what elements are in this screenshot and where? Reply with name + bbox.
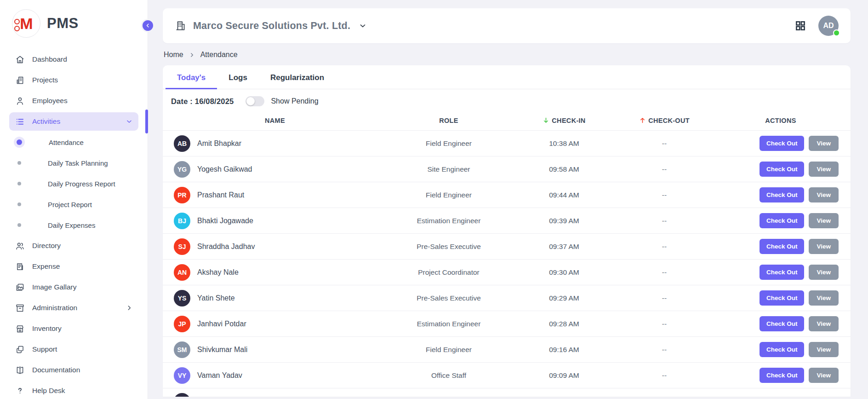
check-out-button[interactable]: Check Out [760, 162, 805, 177]
sidebar-item-project-report[interactable]: Project Report [9, 195, 138, 214]
home-icon [15, 54, 25, 64]
view-button[interactable]: View [809, 187, 839, 202]
check-in-time: 09:29 AM [521, 294, 607, 302]
avatar: PR [174, 187, 190, 203]
avatar: SJ [174, 238, 190, 255]
sidebar-item-documentation[interactable]: Documentation [9, 361, 138, 379]
show-pending-toggle[interactable] [246, 96, 264, 106]
sidebar-item-support[interactable]: Support [9, 340, 138, 359]
header-name[interactable]: NAME [174, 117, 376, 124]
check-out-button[interactable]: Check Out [760, 239, 805, 254]
sidebar-item-label: Help Desk [32, 387, 65, 395]
employee-role: Field Engineer [376, 191, 521, 199]
chevron-right-icon [189, 52, 195, 58]
arrow-up-icon [639, 117, 646, 124]
header-check-out[interactable]: CHECK-OUT [607, 117, 722, 124]
check-out-button[interactable]: Check Out [760, 213, 805, 228]
check-in-time: 09:28 AM [521, 320, 607, 328]
sidebar-item-directory[interactable]: Directory [9, 237, 138, 255]
sidebar-item-projects[interactable]: Projects [9, 71, 138, 89]
view-button[interactable]: View [809, 213, 839, 228]
people-icon [15, 241, 25, 251]
help-icon [15, 386, 25, 396]
employee-role: Project Coordinator [376, 268, 521, 277]
apps-grid-icon[interactable] [794, 20, 806, 32]
avatar: YS [174, 290, 190, 306]
show-pending-label: Show Pending [271, 97, 318, 105]
check-out-button[interactable]: Check Out [760, 265, 805, 280]
sidebar-item-daily-task-planning[interactable]: Daily Task Planning [9, 154, 138, 172]
view-button[interactable]: View [809, 239, 839, 254]
view-button[interactable]: View [809, 368, 839, 383]
company-selector[interactable]: Marco Secure Solutions Pvt. Ltd. [175, 20, 367, 32]
app-title: PMS [47, 15, 79, 32]
check-out-button[interactable]: Check Out [760, 187, 805, 202]
tab-todays[interactable]: Today's [166, 65, 217, 89]
sidebar-item-attendance[interactable]: Attendance [9, 133, 138, 151]
check-out-button[interactable]: Check Out [760, 290, 805, 306]
sidebar-item-daily-expenses[interactable]: Daily Expenses [9, 216, 138, 234]
check-out-time: -- [607, 320, 722, 328]
list-icon [15, 116, 25, 127]
sidebar-item-label: Projects [32, 76, 58, 84]
check-out-time: -- [607, 217, 722, 225]
person-icon [15, 96, 25, 106]
check-out-button[interactable]: Check Out [760, 316, 805, 331]
header-check-in[interactable]: CHECK-IN [521, 117, 607, 124]
tab-regularization[interactable]: Regularization [259, 65, 336, 89]
employee-name: Yogesh Gaikwad [197, 165, 252, 173]
sidebar-item-inventory[interactable]: Inventory [9, 319, 138, 338]
header-actions: ACTIONS [722, 117, 839, 124]
check-out-button[interactable]: Check Out [760, 136, 805, 151]
tab-logs[interactable]: Logs [217, 65, 259, 89]
view-button[interactable]: View [809, 136, 839, 151]
sidebar-subitem-label: Daily Progress Report [30, 180, 115, 188]
employee-name: Shraddha Jadhav [197, 243, 255, 251]
view-button[interactable]: View [809, 265, 839, 280]
user-avatar[interactable]: AD [818, 16, 839, 36]
check-in-time: 09:37 AM [521, 243, 607, 251]
view-button[interactable]: View [809, 162, 839, 177]
employee-role: Pre-Sales Executive [376, 243, 521, 251]
archive-icon [15, 303, 25, 313]
employee-name: Prashant Raut [197, 191, 244, 199]
layers-icon [15, 344, 25, 354]
view-button[interactable]: View [809, 342, 839, 357]
check-in-time: 09:09 AM [521, 371, 607, 380]
table-header-row: NAME ROLE CHECK-IN CHECK-OUT ACTIONS [163, 110, 851, 131]
sidebar-item-image-gallary[interactable]: Image Gallary [9, 278, 138, 296]
sidebar-item-expense[interactable]: Expense [9, 257, 138, 276]
table-row-partial: Check Out View [163, 388, 851, 397]
toggle-knob [246, 97, 255, 105]
check-out-button[interactable]: Check Out [760, 368, 805, 383]
employee-role: Field Engineer [376, 139, 521, 148]
sidebar-collapse-button[interactable] [141, 19, 154, 32]
sidebar-item-label: Activities [32, 117, 60, 126]
check-out-button[interactable]: Check Out [760, 342, 805, 357]
filter-row: Date : 16/08/2025 Show Pending [163, 89, 851, 110]
breadcrumb-home[interactable]: Home [164, 51, 183, 59]
sidebar-item-employees[interactable]: Employees [9, 92, 138, 110]
table-row-shraddha-jadhav: SJ Shraddha Jadhav Pre-Sales Executive 0… [163, 234, 851, 260]
sidebar-item-help-desk[interactable]: Help Desk [9, 382, 138, 399]
check-out-time: -- [607, 243, 722, 251]
table-row-vaman-yadav: VY Vaman Yadav Office Staff 09:09 AM -- … [163, 363, 851, 388]
view-button[interactable]: View [809, 316, 839, 331]
gallery-icon [15, 282, 25, 292]
sidebar-item-dashboard[interactable]: Dashboard [9, 50, 138, 69]
sidebar-subitem-label: Daily Expenses [30, 221, 95, 229]
view-button[interactable]: View [809, 290, 839, 306]
avatar: AN [174, 264, 190, 281]
avatar: AB [174, 135, 190, 152]
sidebar-item-label: Inventory [32, 324, 62, 333]
sidebar-item-label: Image Gallary [32, 283, 76, 291]
chevron-left-icon [145, 23, 151, 29]
table-row-akshay-nale: AN Akshay Nale Project Coordinator 09:30… [163, 260, 851, 285]
tab-bar: Today's Logs Regularization [163, 65, 851, 89]
sidebar-item-daily-progress-report[interactable]: Daily Progress Report [9, 174, 138, 193]
check-in-time: 09:44 AM [521, 191, 607, 199]
sidebar-item-administration[interactable]: Administration [9, 299, 138, 317]
header-role[interactable]: ROLE [376, 117, 521, 124]
bullet-dot-icon [17, 202, 21, 206]
sidebar-item-activities[interactable]: Activities [9, 112, 138, 131]
